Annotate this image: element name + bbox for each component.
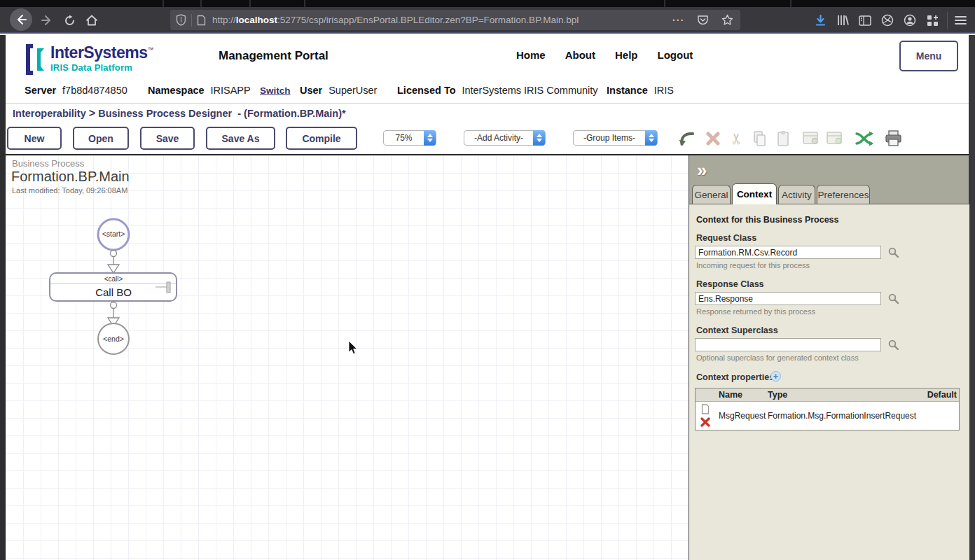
group-icon[interactable] <box>801 129 821 148</box>
url-divider <box>191 14 192 27</box>
connector-port-icon[interactable] <box>111 302 117 309</box>
start-node-label: <start> <box>102 230 125 238</box>
table-header-row: Name Type Default <box>696 388 959 402</box>
property-name: MsgRequest <box>719 411 768 421</box>
group-items-select[interactable]: -Group Items- <box>573 130 658 146</box>
request-class-input[interactable] <box>695 246 881 259</box>
context-superclass-input[interactable] <box>695 338 881 351</box>
undo-icon[interactable] <box>677 129 696 148</box>
page-title: Management Portal <box>219 49 329 63</box>
switch-namespace-link[interactable]: Switch <box>260 85 291 96</box>
connector-port-icon[interactable] <box>111 251 117 257</box>
context-properties-label: Context properties <box>696 372 774 382</box>
bpl-canvas[interactable]: Business Process Formation.BP.Main Last … <box>6 155 689 560</box>
copy-icon[interactable] <box>750 129 770 148</box>
info-namespace: Namespace IRISAPP Switch <box>148 84 291 97</box>
add-property-icon[interactable]: + <box>770 371 781 382</box>
forward-icon[interactable] <box>39 13 55 28</box>
delete-icon[interactable] <box>703 129 723 148</box>
property-type: Formation.Msg.FormationInsertRequest <box>768 411 925 421</box>
reload-icon[interactable] <box>62 13 77 28</box>
tab-general[interactable]: General <box>692 185 731 204</box>
menu-button[interactable]: Menu <box>899 41 958 71</box>
edit-property-icon[interactable] <box>701 404 710 414</box>
open-button[interactable]: Open <box>73 127 129 150</box>
context-tab-content: Context for this Business Process Reques… <box>689 204 969 560</box>
table-row[interactable]: MsgRequest Formation.Msg.FormationInsert… <box>696 402 959 430</box>
home-icon[interactable] <box>84 13 99 28</box>
hamburger-menu-icon[interactable] <box>953 13 968 28</box>
page-actions-icon[interactable]: ⋯ <box>672 13 684 27</box>
bookmark-star-icon[interactable] <box>721 14 733 26</box>
info-server: Server f7b8d4874850 <box>25 84 127 97</box>
zoom-select[interactable]: 75% <box>383 130 436 146</box>
print-icon[interactable] <box>884 129 904 148</box>
call-activity-name[interactable]: Call BO <box>95 286 132 298</box>
end-node-label: <end> <box>103 335 124 343</box>
intersystems-logo <box>25 43 46 76</box>
tab-preferences[interactable]: Preferences <box>817 185 870 204</box>
breadcrumb-root[interactable]: Interoperability <box>13 108 86 119</box>
context-section-title: Context for this Business Process <box>696 215 839 225</box>
nav-logout[interactable]: Logout <box>658 49 693 61</box>
annotation-handle-icon[interactable] <box>167 282 170 293</box>
pocket-icon[interactable] <box>697 15 709 26</box>
call-activity-tag: <call> <box>104 275 123 283</box>
col-header-type: Type <box>768 390 925 400</box>
context-superclass-help: Optional superclass for generated contex… <box>696 354 859 362</box>
response-class-help: Response returned by this process <box>696 307 815 316</box>
select-stepper-icon <box>424 130 436 146</box>
page-info-icon[interactable] <box>197 15 206 26</box>
toolbar-divider <box>947 12 948 29</box>
delete-property-icon[interactable] <box>700 417 710 427</box>
window-edge-right <box>969 35 975 560</box>
info-licensed-to: Licensed To InterSystems IRIS Community <box>397 84 598 97</box>
mouse-cursor-icon <box>348 341 358 355</box>
info-instance: Instance IRIS <box>607 84 674 97</box>
extension-globe-icon[interactable] <box>880 13 895 28</box>
context-superclass-search-icon[interactable] <box>887 339 899 351</box>
request-class-label: Request Class <box>696 233 756 243</box>
nav-help[interactable]: Help <box>615 49 638 61</box>
new-button[interactable]: New <box>7 127 62 150</box>
extensions-grid-icon[interactable] <box>925 13 940 28</box>
logo-wordmark: InterSystems™ IRIS Data Platform <box>50 43 153 73</box>
breadcrumb-page[interactable]: Business Process Designer <box>98 108 232 119</box>
swap-connections-icon[interactable] <box>855 129 874 148</box>
nav-home[interactable]: Home <box>516 49 546 61</box>
save-as-button[interactable]: Save As <box>206 127 275 150</box>
logo-mark-icon <box>25 43 46 76</box>
browser-toolbar: http://localhost:52775/csp/irisapp/EnsPo… <box>0 7 975 34</box>
select-stepper-icon <box>533 130 545 146</box>
select-stepper-icon <box>645 130 657 146</box>
request-class-search-icon[interactable] <box>887 246 899 258</box>
breadcrumb-divider <box>6 103 969 104</box>
shield-icon[interactable] <box>176 14 186 26</box>
col-header-default: Default <box>925 390 959 400</box>
compile-button[interactable]: Compile <box>286 127 357 150</box>
paste-icon[interactable] <box>773 129 793 148</box>
library-icon[interactable] <box>835 13 850 28</box>
response-class-label: Response Class <box>696 279 764 289</box>
response-class-input[interactable] <box>695 292 881 305</box>
url-bar[interactable]: http://localhost:52775/csp/irisapp/EnsPo… <box>170 10 740 30</box>
bpl-diagram: <start> <call> Call BO <end> <box>6 155 286 365</box>
nav-about[interactable]: About <box>565 49 595 61</box>
tab-context[interactable]: Context <box>732 183 777 204</box>
add-activity-select[interactable]: -Add Activity- <box>464 130 546 146</box>
sidebar-icon[interactable] <box>857 13 873 28</box>
tab-activity[interactable]: Activity <box>778 185 815 204</box>
response-class-search-icon[interactable] <box>887 293 899 304</box>
window-edge-left <box>0 35 6 560</box>
col-header-name: Name <box>719 390 768 400</box>
context-properties-table: Name Type Default MsgRequest Formation <box>695 388 960 430</box>
account-icon[interactable] <box>902 13 918 28</box>
logo-subtitle: IRIS Data Platform <box>50 62 153 73</box>
save-button[interactable]: Save <box>140 127 195 150</box>
cut-icon[interactable]: ✂ <box>727 129 747 148</box>
ungroup-icon[interactable] <box>825 129 845 148</box>
url-text[interactable]: http://localhost:52775/csp/irisapp/EnsPo… <box>212 15 579 25</box>
download-icon[interactable] <box>813 13 828 28</box>
panel-expander-icon[interactable]: » <box>697 160 707 181</box>
back-icon[interactable] <box>10 8 32 31</box>
